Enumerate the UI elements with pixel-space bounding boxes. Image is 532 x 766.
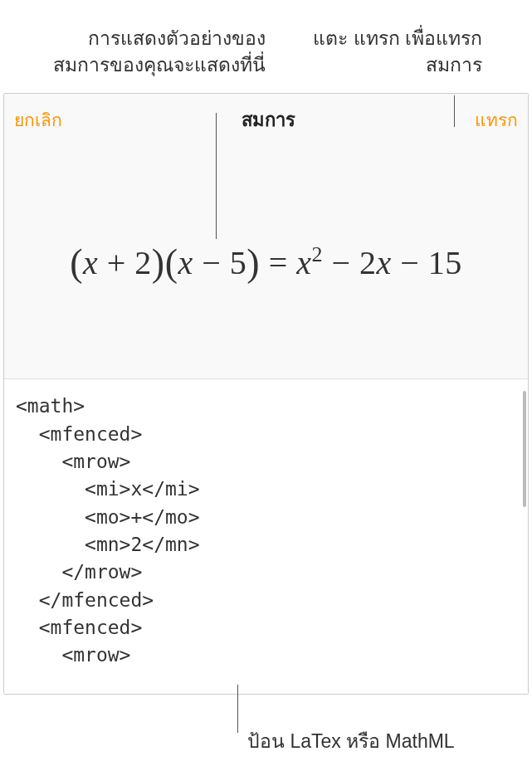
code-line: <mi>x</mi>: [16, 478, 200, 500]
annotation-preview-text: การแสดงตัวอย่างของสมการของคุณจะแสดงที่นี…: [50, 25, 266, 78]
code-line: <mfenced>: [16, 423, 142, 445]
code-line: <mrow>: [16, 644, 130, 666]
code-input-area[interactable]: <math> <mfenced> <mrow> <mi>x</mi> <mo>+…: [4, 378, 528, 694]
annotation-input-label: ป้อน LaTex หรือ MathML: [247, 726, 455, 756]
dialog-toolbar: ยกเลิก สมการ แทรก: [4, 94, 528, 146]
equation-preview-area: (x + 2)(x − 5) = x2 − 2x − 15: [4, 146, 528, 378]
code-line: <math>: [16, 395, 85, 417]
callout-line-preview: [216, 113, 217, 239]
code-line: <mrow>: [16, 451, 130, 472]
code-line: </mrow>: [16, 561, 142, 583]
equation-dialog: ยกเลิก สมการ แทรก (x + 2)(x − 5) = x2 − …: [3, 93, 529, 695]
dialog-title: สมการ: [242, 105, 295, 134]
equation-preview: (x + 2)(x − 5) = x2 − 2x − 15: [70, 241, 462, 285]
annotation-insert-text: แตะ แทรก เพื่อแทรกสมการ: [300, 25, 482, 78]
code-line: <mo>+</mo>: [16, 506, 200, 528]
annotation-insert-label: แตะ แทรก เพื่อแทรกสมการ: [300, 25, 482, 78]
scrollbar-thumb[interactable]: [523, 391, 526, 507]
cancel-button[interactable]: ยกเลิก: [14, 106, 62, 134]
code-line: <mfenced>: [16, 617, 142, 638]
callout-line-input: [237, 685, 238, 733]
insert-button[interactable]: แทรก: [475, 106, 518, 134]
callout-line-insert: [454, 95, 455, 127]
annotation-preview-label: การแสดงตัวอย่างของสมการของคุณจะแสดงที่นี…: [50, 25, 266, 78]
code-line: </mfenced>: [16, 589, 154, 611]
code-line: <mn>2</mn>: [16, 534, 200, 555]
